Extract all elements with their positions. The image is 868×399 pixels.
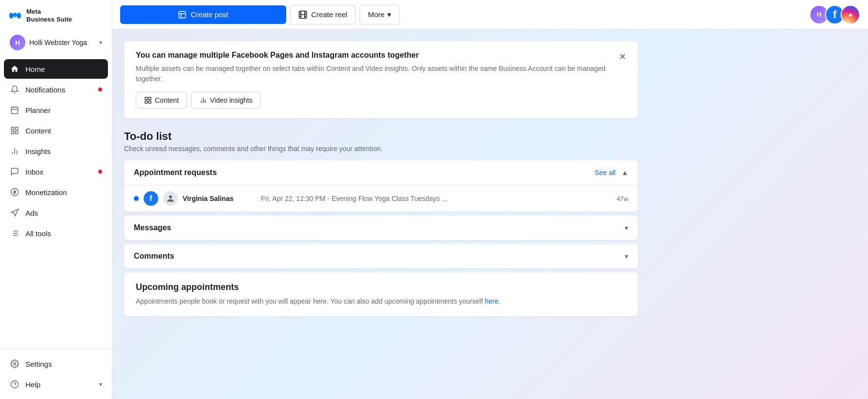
brand-name: Meta Business Suite: [26, 8, 72, 23]
appointment-row: f Virginia Salinas Fri, Apr 22, 12:30 PM…: [124, 185, 638, 212]
svg-rect-5: [16, 127, 18, 130]
create-reel-button[interactable]: Create reel: [290, 5, 356, 24]
question-circle-icon: [10, 379, 20, 389]
inbox-badge: [98, 170, 102, 174]
svg-rect-35: [145, 101, 148, 103]
create-post-button[interactable]: Create post: [120, 5, 286, 24]
appointment-requests-card: Appointment requests See all ▲ f Virgini…: [124, 160, 638, 212]
messages-title: Messages: [134, 223, 171, 232]
sidebar-item-planner[interactable]: Planner: [4, 100, 108, 120]
sidebar-item-label: Insights: [25, 147, 51, 155]
topbar-avatars: H f ●: [809, 5, 860, 24]
appointment-header-right: See all ▲: [594, 169, 628, 177]
dollar-circle-icon: [10, 187, 20, 197]
calendar-icon: [10, 105, 20, 115]
topbar: Create post Create reel More ▾ H f ●: [112, 0, 868, 29]
meta-logo: [8, 11, 22, 21]
sidebar-item-label: Settings: [25, 360, 52, 368]
sidebar-item-ads[interactable]: Ads: [4, 203, 108, 222]
svg-point-18: [14, 363, 16, 365]
info-banner-actions: Content Video insights: [136, 92, 626, 109]
sidebar-item-notifications[interactable]: Notifications: [4, 80, 108, 99]
main-area: Create post Create reel More ▾ H f ● You…: [112, 0, 868, 399]
create-reel-icon: [298, 10, 307, 19]
home-icon: [10, 64, 20, 74]
comments-header[interactable]: Comments ▾: [124, 244, 638, 268]
chevron-down-icon: ▾: [99, 39, 102, 46]
unread-dot: [134, 196, 139, 201]
todo-title: To-do list: [124, 130, 638, 143]
video-insights-icon: [199, 96, 207, 104]
sidebar-bottom: Settings Help ▾: [0, 349, 112, 399]
see-all-link[interactable]: See all: [594, 169, 615, 177]
sidebar-item-insights[interactable]: Insights: [4, 141, 108, 161]
svg-rect-32: [145, 97, 148, 100]
svg-rect-6: [16, 132, 18, 134]
content-area: You can manage multiple Facebook Pages a…: [112, 29, 868, 399]
sidebar: Meta Business Suite H Holli Webster Yoga…: [0, 0, 112, 399]
bell-icon: [10, 85, 20, 94]
sidebar-item-help[interactable]: Help ▾: [4, 375, 108, 394]
sidebar-item-label: Inbox: [25, 168, 43, 176]
upcoming-link[interactable]: here: [485, 297, 498, 305]
gear-icon: [10, 359, 20, 369]
content-icon: [144, 96, 152, 104]
bar-chart-icon: [10, 146, 20, 156]
info-banner: You can manage multiple Facebook Pages a…: [124, 41, 638, 118]
help-chevron-icon: ▾: [99, 381, 102, 388]
sidebar-item-label: Ads: [25, 209, 38, 217]
sidebar-item-label: Planner: [25, 106, 51, 114]
more-chevron-icon: ▾: [387, 10, 391, 19]
upcoming-title: Upcoming appointments: [136, 282, 626, 292]
more-button[interactable]: More ▾: [360, 5, 400, 24]
svg-rect-4: [11, 127, 14, 130]
appointment-user-name: Virginia Salinas: [183, 195, 256, 202]
todo-description: Check unread messages, comments and othe…: [124, 145, 638, 153]
info-banner-title: You can manage multiple Facebook Pages a…: [136, 51, 626, 60]
account-selector[interactable]: H Holli Webster Yoga ▾: [4, 31, 108, 54]
user-avatar: [163, 191, 178, 206]
info-banner-close-button[interactable]: ✕: [614, 49, 630, 65]
megaphone-icon: [10, 208, 20, 218]
appointment-details: Fri, Apr 22, 12:30 PM - Evening Flow Yog…: [261, 195, 612, 202]
svg-rect-34: [148, 101, 151, 103]
messages-chevron-icon: ▾: [625, 224, 628, 232]
sidebar-item-label: Home: [25, 65, 45, 73]
comments-title: Comments: [134, 252, 174, 261]
sidebar-item-label: Help: [25, 380, 41, 389]
message-circle-icon: [10, 167, 20, 177]
content-button[interactable]: Content: [136, 92, 187, 109]
svg-rect-0: [11, 107, 18, 114]
svg-rect-33: [148, 97, 151, 100]
sidebar-item-label: Notifications: [25, 86, 65, 94]
grid-icon: [10, 126, 20, 135]
sidebar-item-content[interactable]: Content: [4, 121, 108, 140]
facebook-page-icon: f: [144, 191, 158, 206]
sidebar-item-all-tools[interactable]: All tools: [4, 223, 108, 243]
upcoming-appointments-section: Upcoming appointments Appointments peopl…: [124, 272, 638, 316]
meta-logo-icon: [8, 11, 22, 21]
appointment-chevron-icon: ▲: [621, 169, 628, 177]
sidebar-item-home[interactable]: Home: [4, 59, 108, 79]
sidebar-item-label: Monetization: [25, 188, 67, 197]
notification-badge: [98, 88, 102, 91]
instagram-avatar[interactable]: ●: [841, 5, 860, 24]
svg-rect-21: [179, 11, 186, 18]
sidebar-nav: Home Notifications Planner Content: [0, 58, 112, 349]
sidebar-item-label: All tools: [25, 229, 51, 238]
comments-chevron-icon: ▾: [625, 252, 628, 260]
content-inner: You can manage multiple Facebook Pages a…: [112, 29, 650, 328]
sidebar-logo: Meta Business Suite: [0, 0, 112, 29]
sidebar-item-inbox[interactable]: Inbox: [4, 162, 108, 181]
sidebar-item-settings[interactable]: Settings: [4, 354, 108, 374]
appointment-requests-header[interactable]: Appointment requests See all ▲: [124, 160, 638, 185]
appointment-time: 47w: [616, 195, 628, 202]
appointment-requests-title: Appointment requests: [134, 168, 217, 177]
sidebar-item-label: Content: [25, 127, 51, 135]
messages-card: Messages ▾: [124, 216, 638, 240]
video-insights-button[interactable]: Video insights: [191, 92, 261, 109]
account-name: Holli Webster Yoga: [29, 39, 95, 46]
info-banner-description: Multiple assets can be managed together …: [136, 64, 626, 84]
messages-header[interactable]: Messages ▾: [124, 216, 638, 240]
sidebar-item-monetization[interactable]: Monetization: [4, 182, 108, 202]
